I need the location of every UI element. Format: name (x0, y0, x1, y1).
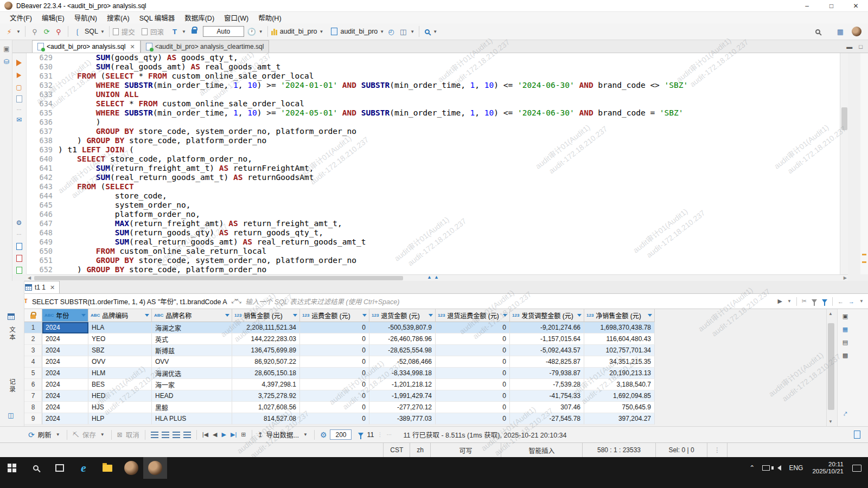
code-line-639[interactable]: 639) t1 LEFT JOIN ( (27, 145, 840, 155)
tab-close-icon[interactable]: ✕ (130, 43, 135, 50)
connect-icon[interactable]: ⚲ (29, 26, 40, 37)
cell-r6-c7[interactable]: 0 (436, 379, 510, 390)
row-number-cell[interactable]: 4 (24, 356, 42, 368)
column-header-9[interactable]: 123净销售金额 (元) (584, 309, 655, 322)
code-line-641[interactable]: 641 SUM(return_freight_amt_t) AS returnF… (27, 164, 840, 173)
table-row-6[interactable]: 62024BES海一家4,397,298.10-1,201,218.120-7,… (24, 379, 655, 390)
table-row-4[interactable]: 42024OVVOVV86,920,507.220-52,086,4660-48… (24, 356, 655, 368)
open-panel-icon[interactable]: ⤤ (841, 410, 850, 418)
grid-vertical-scrollbar[interactable]: ▲ ▼ (826, 309, 835, 426)
cell-r1-c9[interactable]: 1,698,370,438.78 (584, 322, 655, 333)
restore-panel-icon[interactable]: ▣ (2, 44, 11, 53)
cell-r2-c1[interactable]: 2024 (42, 333, 88, 345)
refresh-button[interactable]: 刷新 (38, 429, 52, 440)
menu-item-5[interactable]: SQL 编辑器 (135, 11, 180, 24)
tab-analysis-cleartime-sql[interactable]: <audit_bi_pro> analysis_cleartime.sql (141, 40, 270, 53)
metadata-panel-icon[interactable]: ▩ (841, 351, 850, 359)
column-header-7[interactable]: 123退货运费金额 (元) (436, 309, 510, 322)
cell-r1-c5[interactable]: 0 (300, 322, 369, 333)
code-line-651[interactable]: 651 GROUP BY store_code, system_order_no… (27, 256, 840, 265)
code-line-644[interactable]: 644 store_code, (27, 191, 840, 201)
save-button[interactable]: 保存 (82, 429, 96, 440)
cell-r8-c4[interactable]: 1,027,608.56 (232, 402, 300, 413)
code-line-631[interactable]: 631 FROM (SELECT * FROM custom_online_sa… (27, 72, 840, 81)
cell-r1-c7[interactable]: 0 (436, 322, 510, 333)
sort-caret-icon[interactable] (503, 314, 507, 317)
goto-row-icon[interactable]: ⊞ (241, 431, 246, 438)
cell-r3-c1[interactable]: 2024 (42, 345, 88, 356)
cell-r1-c4[interactable]: 2,208,111,521.34 (232, 322, 300, 333)
results-tab-t1[interactable]: t1 1 ✕ (20, 281, 60, 293)
code-line-629[interactable]: 629 SUM(goods_qty) AS goods_qty_t, (27, 53, 840, 62)
code-line-650[interactable]: 650 FROM custom_online_sale_return_local (27, 247, 840, 256)
cell-r1-c1[interactable]: 2024 (42, 322, 88, 333)
first-row-icon[interactable]: |◀ (202, 431, 208, 438)
cell-r1-c2[interactable]: HLA (88, 322, 152, 333)
cell-r4-c8[interactable]: -482,825.87 (510, 356, 584, 368)
apply-filter-play-icon[interactable]: ▶ (777, 298, 782, 305)
cell-r6-c2[interactable]: BES (88, 379, 152, 390)
dbeaver-app-button[interactable] (119, 457, 143, 479)
tray-volume-icon[interactable] (774, 457, 785, 479)
menu-item-1[interactable]: 文件(F) (5, 11, 36, 24)
grid-panel-icon[interactable]: ▦ (841, 325, 850, 333)
cell-r3-c2[interactable]: SBZ (88, 345, 152, 356)
code-line-648[interactable]: 648 SUM(return_goods_qty) AS return_good… (27, 228, 840, 237)
fetch-size-input[interactable]: 200 (330, 429, 352, 440)
transaction-caret-icon[interactable]: ▼ (182, 29, 186, 34)
cell-r6-c1[interactable]: 2024 (42, 379, 88, 390)
menu-item-7[interactable]: 窗口(W) (220, 11, 253, 24)
language-indicator[interactable]: ENG (785, 457, 807, 479)
column-header-1[interactable]: ABC年份 (42, 309, 88, 322)
cell-r4-c4[interactable]: 86,920,507.22 (232, 356, 300, 368)
cell-r7-c9[interactable]: 1,692,094.85 (584, 390, 655, 402)
column-header-6[interactable]: 123退货金额 (元) (369, 309, 436, 322)
expand-filter-icon[interactable]: ⤢⤡ (232, 298, 241, 305)
sql-caret-icon[interactable]: ▼ (100, 29, 105, 34)
sort-caret-icon[interactable] (81, 314, 86, 317)
sort-caret-icon[interactable] (648, 314, 652, 317)
new-connection-caret-icon[interactable]: ▼ (16, 29, 21, 34)
menu-item-4[interactable]: 搜索(A) (103, 11, 134, 24)
column-header-4[interactable]: 123销售金额 (元) (232, 309, 300, 322)
table-row-8[interactable]: 82024HJS黑鲸1,027,608.560-277,270.120307.4… (24, 402, 655, 413)
cell-r4-c1[interactable]: 2024 (42, 356, 88, 368)
cell-r3-c4[interactable]: 136,475,699.89 (232, 345, 300, 356)
grid-settings-gear-icon[interactable]: ⚙ (320, 431, 327, 439)
text-presentation-tab[interactable]: 文本 (8, 326, 16, 341)
cell-r4-c3[interactable]: OVV (152, 356, 232, 368)
panel-splitter-arrows-icon[interactable]: ▲▲ (418, 274, 450, 281)
code-line-649[interactable]: 649 SUM(real_return_goods_amt) AS real_r… (27, 237, 840, 247)
code-line-640[interactable]: 640 SELECT store_code, platform_order_no… (27, 155, 840, 164)
code-line-632[interactable]: 632 WHERE SUBSTR(min_order_time, 1, 10) … (27, 81, 840, 90)
dbeaver-active-app-button[interactable] (143, 457, 167, 479)
ie-browser-button[interactable]: e (72, 457, 95, 479)
perspective-icon[interactable]: ▦ (835, 26, 846, 37)
row-number-cell[interactable]: 3 (24, 345, 42, 356)
filter-history-caret-icon[interactable]: ▼ (787, 299, 792, 304)
history-clock-icon[interactable]: 🕐 (246, 26, 257, 37)
refresh-caret-icon[interactable]: ▼ (56, 432, 60, 437)
execute-new-tab-icon[interactable]: ▢ (15, 83, 23, 92)
refresh-icon[interactable]: ⟳ (28, 431, 35, 439)
sql-button-label[interactable]: SQL (85, 28, 98, 35)
sort-caret-icon[interactable] (145, 314, 149, 317)
menu-item-2[interactable]: 编辑(E) (37, 11, 69, 24)
cell-r2-c8[interactable]: -1,157,015.64 (510, 333, 584, 345)
commit-button[interactable]: 提交 (122, 27, 135, 37)
edit-filters-icon[interactable] (812, 299, 817, 303)
nav-back-icon[interactable]: ← (838, 298, 844, 305)
code-line-638[interactable]: 638 ) GROUP BY store_code, platform_orde… (27, 136, 840, 145)
disconnect-icon[interactable]: ⚲ (53, 26, 64, 37)
code-line-633[interactable]: 633 UNION ALL (27, 90, 840, 99)
column-header-8[interactable]: 123发货调整金额 (元) (510, 309, 584, 322)
sql-editor-icon[interactable]: ❲ (72, 26, 83, 37)
filter-input[interactable]: 输入一个 SQL 表达式来过滤结果 (使用 Ctrl+Space) (245, 296, 777, 306)
statusbar-dots-icon[interactable]: ⋮ (707, 443, 727, 457)
cell-r5-c7[interactable]: 0 (436, 368, 510, 379)
more-dots2-icon[interactable]: ⋯ (15, 230, 23, 239)
results-grid[interactable]: ABC年份ABC品牌编码ABC品牌名称123销售金额 (元)123运费金额 (元… (24, 309, 655, 425)
notification-center-icon[interactable] (852, 465, 861, 472)
cell-r9-c8[interactable]: -27,545.78 (510, 413, 584, 425)
cell-r5-c4[interactable]: 28,605,150.18 (232, 368, 300, 379)
